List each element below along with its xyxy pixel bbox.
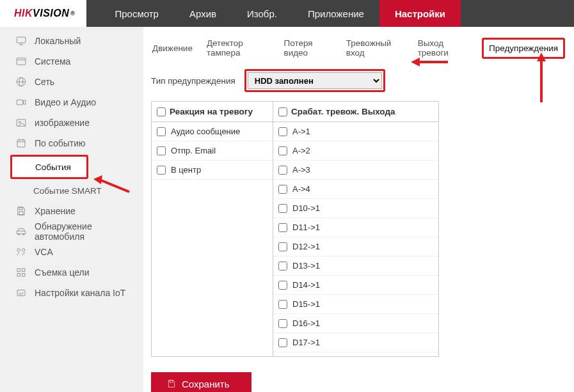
sidebar: Локальный Система Сеть Видео и Аудио изо… — [0, 27, 143, 392]
checkbox[interactable] — [278, 146, 287, 155]
tab-label: Тревожный вход — [346, 38, 392, 58]
list-item[interactable]: D14->1 — [273, 276, 438, 295]
list-item[interactable]: D11->1 — [273, 218, 438, 237]
tab-tamper[interactable]: Детектор тампера — [205, 37, 271, 59]
topnav-preview[interactable]: Просмотр — [99, 0, 174, 27]
sidebar-item-events[interactable]: События — [12, 157, 86, 177]
tab-label: Детектор тампера — [207, 38, 243, 58]
svg-rect-0 — [17, 37, 26, 43]
svg-point-21 — [17, 249, 20, 252]
list-item[interactable]: A->1 — [273, 122, 438, 141]
topnav-settings[interactable]: Настройки — [379, 0, 461, 27]
tab-motion[interactable]: Движение — [151, 42, 194, 54]
tab-label: Предупреждения — [489, 43, 558, 53]
sidebar-item-label: Видео и Аудио — [35, 97, 96, 107]
checkbox[interactable] — [278, 127, 287, 136]
list-item[interactable]: D18->1 — [273, 352, 438, 356]
svg-marker-9 — [23, 100, 26, 105]
checkbox[interactable] — [278, 223, 287, 232]
sidebar-item-label: Сеть — [35, 77, 54, 87]
topnav-label: Приложение — [308, 8, 364, 19]
tab-alarm-input[interactable]: Тревожный вход — [345, 37, 405, 59]
alarm-output-select-all[interactable] — [278, 107, 287, 116]
checkbox[interactable] — [278, 204, 287, 213]
sidebar-item-vehicle[interactable]: Обнаружение автомобиля — [0, 221, 143, 242]
sidebar-item-smart-event[interactable]: Событие SMART — [0, 180, 143, 201]
checkbox[interactable] — [278, 319, 287, 328]
sidebar-item-vca[interactable]: VCA — [0, 242, 143, 262]
checkbox[interactable] — [157, 166, 166, 175]
sidebar-item-system[interactable]: Система — [0, 51, 143, 72]
checkbox[interactable] — [278, 262, 287, 270]
item-label: D12->1 — [292, 242, 320, 251]
checkbox[interactable] — [157, 127, 166, 136]
item-label: В центр — [171, 165, 201, 175]
sidebar-item-label: События — [35, 162, 71, 172]
list-item[interactable]: D10->1 — [273, 199, 438, 218]
sidebar-item-label: изображение — [35, 118, 90, 128]
list-item[interactable]: D16->1 — [273, 314, 438, 333]
list-item[interactable]: D15->1 — [273, 295, 438, 314]
checkbox[interactable] — [278, 281, 287, 290]
save-button[interactable]: Сохранить — [151, 372, 251, 392]
sidebar-item-label: Съемка цели — [35, 267, 90, 278]
tab-alarm-output[interactable]: Выход тревоги — [417, 37, 470, 59]
checkbox[interactable] — [278, 242, 287, 251]
svg-rect-26 — [22, 274, 26, 277]
linkage-tables: Реакция на тревогу Аудио сообщение Отпр.… — [151, 101, 439, 357]
sidebar-item-label: VCA — [35, 247, 53, 257]
item-label: D15->1 — [292, 299, 320, 309]
svg-rect-16 — [19, 207, 22, 210]
list-item[interactable]: A->4 — [273, 180, 438, 199]
content: Движение Детектор тампера Потеря видео Т… — [143, 27, 574, 392]
svg-point-19 — [18, 233, 19, 235]
checkbox[interactable] — [278, 185, 287, 194]
tab-exception[interactable]: Предупреждения — [482, 38, 565, 59]
linkage-select-all[interactable] — [157, 107, 166, 116]
list-item[interactable]: A->2 — [273, 141, 438, 161]
checkbox[interactable] — [278, 166, 287, 175]
list-item[interactable]: D12->1 — [273, 237, 438, 256]
sidebar-item-label: Хранение — [35, 206, 76, 216]
sidebar-item-storage[interactable]: Хранение — [0, 201, 143, 221]
list-item[interactable]: Отпр. Email — [152, 141, 273, 161]
topnav-image[interactable]: Изобр. — [232, 0, 292, 27]
list-item[interactable]: D17->1 — [273, 333, 438, 352]
iot-icon: IoT — [15, 287, 27, 299]
exception-type-select[interactable]: HDD заполнен — [248, 72, 382, 89]
svg-point-20 — [23, 233, 24, 235]
list-item[interactable]: A->3 — [273, 161, 438, 180]
linkage-column: Реакция на тревогу Аудио сообщение Отпр.… — [152, 102, 273, 356]
tab-video-loss[interactable]: Потеря видео — [283, 37, 333, 59]
tab-label: Потеря видео — [284, 38, 313, 58]
target-icon — [15, 267, 27, 278]
linkage-header-label: Реакция на тревогу — [170, 107, 253, 116]
sidebar-item-network[interactable]: Сеть — [0, 72, 143, 92]
exception-type-row: Тип предупреждения HDD заполнен — [151, 69, 565, 92]
alarm-output-body[interactable]: A->1 A->2 A->3 A->4 D10->1 D11->1 D12->1… — [273, 122, 438, 356]
item-label: A->2 — [292, 146, 310, 155]
brand-hik: HIK — [14, 8, 33, 19]
list-item[interactable]: В центр — [152, 161, 273, 180]
list-item[interactable]: Аудио сообщение — [152, 122, 273, 141]
item-label: A->1 — [292, 127, 310, 136]
checkbox[interactable] — [157, 146, 166, 155]
highlight-sidebar-events: События — [10, 155, 88, 179]
checkbox[interactable] — [278, 300, 287, 309]
topnav-app[interactable]: Приложение — [292, 0, 379, 27]
topnav-archive[interactable]: Архив — [174, 0, 232, 27]
sidebar-item-video-audio[interactable]: Видео и Аудио — [0, 92, 143, 113]
sidebar-item-by-event[interactable]: По событию — [0, 133, 143, 153]
svg-rect-17 — [19, 212, 23, 215]
list-item[interactable]: D13->1 — [273, 256, 438, 276]
sidebar-item-image[interactable]: изображение — [0, 113, 143, 133]
sidebar-item-label: Обнаружение автомобиля — [35, 221, 134, 242]
topbar: HIKVISION® Просмотр Архив Изобр. Приложе… — [0, 0, 574, 27]
sidebar-item-target-capture[interactable]: Съемка цели — [0, 262, 143, 283]
checkbox[interactable] — [278, 338, 287, 347]
exception-type-label: Тип предупреждения — [151, 76, 235, 86]
sidebar-item-local[interactable]: Локальный — [0, 31, 143, 51]
svg-rect-12 — [17, 140, 25, 147]
sidebar-item-iot[interactable]: IoT Настройки канала IoT — [0, 283, 143, 303]
linkage-header: Реакция на тревогу — [152, 102, 273, 122]
